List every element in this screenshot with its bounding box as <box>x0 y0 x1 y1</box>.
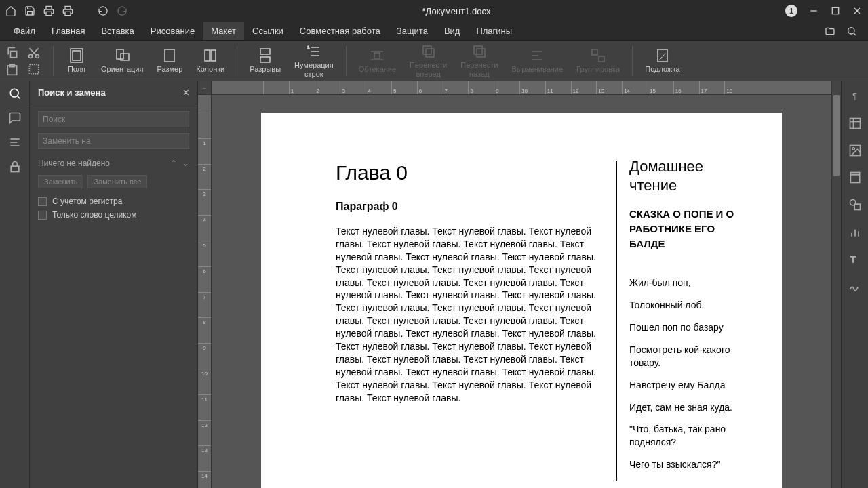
side-line: Посмотреть кой-какого товару. <box>629 344 738 369</box>
svg-point-53 <box>852 148 854 150</box>
comments-icon[interactable] <box>8 111 22 125</box>
lock-icon[interactable] <box>8 160 22 174</box>
header-footer-icon[interactable] <box>848 171 862 184</box>
document-area: ⌐ 123456789101112131415161718 1234567891… <box>198 81 841 488</box>
svg-rect-39 <box>592 49 597 55</box>
search-panel: Поиск и замена × Ничего не найдено ⌃ ⌄ З… <box>30 81 198 488</box>
menu-совместная работа[interactable]: Совместная работа <box>292 22 389 40</box>
paragraph-title: Параграф 0 <box>336 201 607 213</box>
menu-плагины[interactable]: Плагины <box>468 22 520 40</box>
redo-icon[interactable] <box>117 5 127 16</box>
svg-rect-22 <box>211 50 216 61</box>
find-input[interactable] <box>38 111 189 127</box>
side-line: Чего ты взыскался?" <box>629 458 738 471</box>
image-settings-icon[interactable] <box>848 144 862 157</box>
copy-icon[interactable] <box>5 46 19 60</box>
page[interactable]: Глава 0 Параграф 0 Текст нулевой главы. … <box>261 113 782 488</box>
line-numbering-button[interactable]: 1Нумерация строк <box>289 42 339 79</box>
svg-rect-49 <box>850 119 860 129</box>
svg-rect-33 <box>426 49 434 57</box>
print-icon[interactable] <box>43 5 54 16</box>
user-badge[interactable]: 1 <box>785 5 797 17</box>
menubar: ФайлГлавнаяВставкаРисованиеМакетСсылкиСо… <box>0 22 868 41</box>
save-icon[interactable] <box>24 5 35 16</box>
signature-settings-icon[interactable] <box>848 279 862 293</box>
headings-icon[interactable] <box>8 136 22 149</box>
vertical-scrollbar[interactable] <box>831 81 841 488</box>
menu-главная[interactable]: Главная <box>43 22 93 40</box>
svg-rect-32 <box>423 46 431 54</box>
next-result-icon[interactable]: ⌄ <box>182 159 189 168</box>
menu-файл[interactable]: Файл <box>5 22 43 40</box>
bring-forward-button: Перенести вперед <box>404 42 452 79</box>
scroll-thumb[interactable] <box>833 95 840 176</box>
quick-print-icon[interactable] <box>62 5 73 16</box>
svg-rect-57 <box>854 204 860 209</box>
minimize-icon[interactable] <box>808 5 819 16</box>
shape-settings-icon[interactable] <box>848 198 862 211</box>
menu-рисование[interactable]: Рисование <box>142 22 203 40</box>
svg-rect-34 <box>477 49 485 57</box>
svg-rect-3 <box>832 7 838 14</box>
close-icon[interactable] <box>852 5 863 16</box>
paragraph-settings-icon[interactable]: ¶ <box>848 89 862 103</box>
vertical-ruler[interactable]: 123456789101112131415 <box>198 95 212 488</box>
whole-word-label: Только слово целиком <box>52 210 137 220</box>
svg-line-7 <box>854 33 856 35</box>
replace-all-button[interactable]: Заменить все <box>87 175 147 188</box>
chart-settings-icon[interactable] <box>848 225 862 239</box>
margins-button[interactable]: Поля <box>60 46 93 75</box>
side-line: Толоконный лоб. <box>629 299 738 312</box>
whole-word-checkbox[interactable] <box>38 211 47 220</box>
cut-icon[interactable] <box>27 46 41 60</box>
side-title: Домашнее чтение <box>629 157 738 195</box>
document-title: *Документ1.docx <box>127 6 785 16</box>
menu-вставка[interactable]: Вставка <box>93 22 142 40</box>
svg-rect-8 <box>11 51 17 57</box>
table-settings-icon[interactable] <box>848 117 862 130</box>
side-line: Жил-был поп, <box>629 277 738 289</box>
search-icon[interactable] <box>846 26 857 37</box>
svg-rect-23 <box>260 49 270 54</box>
select-all-icon[interactable] <box>27 62 41 76</box>
ribbon-toolbar: Поля Ориентация Размер Колонки Разрывы 1… <box>0 41 868 81</box>
search-panel-title: Поиск и замена <box>38 87 106 98</box>
maximize-icon[interactable] <box>830 5 841 16</box>
svg-rect-1 <box>65 12 71 15</box>
side-line: Пошел поп по базару <box>629 321 738 334</box>
send-backward-button: Перенести назад <box>455 42 503 79</box>
menu-защита[interactable]: Защита <box>389 22 436 40</box>
menu-ссылки[interactable]: Ссылки <box>244 22 292 40</box>
watermark-button[interactable]: Подложка <box>639 46 685 75</box>
open-location-icon[interactable] <box>825 26 835 37</box>
undo-icon[interactable] <box>98 5 108 16</box>
horizontal-ruler[interactable]: 123456789101112131415161718 <box>212 81 831 95</box>
columns-button[interactable]: Колонки <box>191 46 230 75</box>
svg-rect-21 <box>205 50 210 61</box>
svg-rect-20 <box>165 49 174 62</box>
paste-icon[interactable] <box>5 62 19 76</box>
body-text: Текст нулевой главы. Текст нулевой главы… <box>336 225 607 404</box>
group-button: Группировка <box>571 46 625 75</box>
replace-button[interactable]: Заменить <box>38 175 83 188</box>
prev-result-icon[interactable]: ⌃ <box>170 159 177 168</box>
orientation-button[interactable]: Ориентация <box>96 46 149 75</box>
breaks-button[interactable]: Разрывы <box>244 46 286 75</box>
side-line: Идет, сам не зная куда. <box>629 401 738 414</box>
menu-вид[interactable]: Вид <box>436 22 469 40</box>
svg-rect-41 <box>658 49 667 62</box>
match-case-checkbox[interactable] <box>38 197 47 206</box>
svg-line-44 <box>17 96 20 99</box>
side-line: Навстречу ему Балда <box>629 379 738 392</box>
menu-макет[interactable]: Макет <box>203 22 244 40</box>
home-icon[interactable] <box>5 5 16 16</box>
close-panel-icon[interactable]: × <box>183 87 189 99</box>
svg-text:T: T <box>850 254 856 264</box>
size-button[interactable]: Размер <box>151 46 188 75</box>
textart-settings-icon[interactable]: T <box>848 252 862 266</box>
svg-line-42 <box>660 53 665 60</box>
find-replace-icon[interactable] <box>8 87 22 100</box>
chapter-title: Глава 0 <box>336 161 607 184</box>
replace-input[interactable] <box>38 133 189 149</box>
wrapping-button: Обтекание <box>353 46 401 75</box>
